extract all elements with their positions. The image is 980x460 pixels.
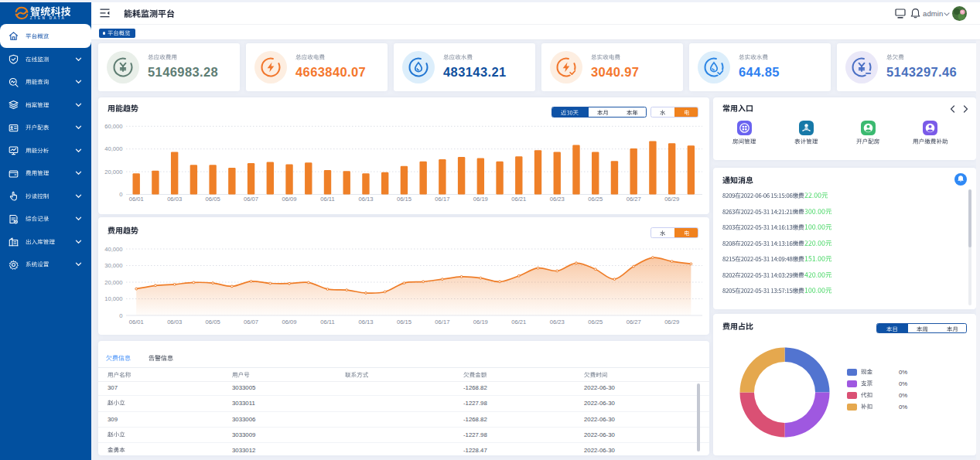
svg-text:06/01: 06/01 — [129, 319, 144, 325]
svg-text:06/21: 06/21 — [511, 319, 526, 325]
svg-text:06/11: 06/11 — [320, 319, 334, 325]
svg-text:10,000: 10,000 — [104, 295, 122, 302]
svg-text:06/05: 06/05 — [206, 319, 220, 325]
svg-text:60,000: 60,000 — [104, 123, 122, 130]
svg-text:06/03: 06/03 — [167, 319, 182, 325]
svg-text:06/21: 06/21 — [511, 196, 526, 203]
svg-text:06/25: 06/25 — [588, 196, 603, 203]
svg-text:40,000: 40,000 — [104, 246, 122, 253]
svg-text:06/19: 06/19 — [473, 319, 488, 325]
svg-text:06/11: 06/11 — [320, 196, 334, 203]
svg-text:06/29: 06/29 — [664, 196, 679, 203]
svg-text:06/05: 06/05 — [206, 196, 220, 203]
svg-text:0: 0 — [119, 312, 122, 319]
svg-text:06/13: 06/13 — [358, 319, 373, 325]
svg-text:20,000: 20,000 — [104, 279, 122, 286]
svg-text:06/09: 06/09 — [282, 319, 297, 325]
svg-text:40,000: 40,000 — [104, 145, 122, 152]
svg-text:06/15: 06/15 — [397, 196, 411, 203]
svg-text:20,000: 20,000 — [104, 169, 122, 175]
svg-text:06/01: 06/01 — [129, 196, 144, 203]
svg-text:06/23: 06/23 — [550, 196, 565, 203]
svg-text:06/13: 06/13 — [358, 196, 373, 203]
svg-text:06/25: 06/25 — [588, 319, 603, 325]
svg-text:06/15: 06/15 — [397, 319, 411, 325]
svg-text:0: 0 — [119, 191, 122, 198]
svg-text:06/29: 06/29 — [664, 319, 679, 325]
svg-text:06/07: 06/07 — [244, 196, 258, 203]
svg-text:06/19: 06/19 — [473, 196, 488, 203]
svg-text:06/17: 06/17 — [435, 319, 449, 325]
svg-text:06/23: 06/23 — [550, 319, 565, 325]
svg-text:06/09: 06/09 — [282, 196, 297, 203]
svg-text:06/27: 06/27 — [627, 196, 641, 203]
svg-text:06/27: 06/27 — [627, 319, 641, 325]
svg-text:06/07: 06/07 — [244, 319, 258, 325]
svg-text:30,000: 30,000 — [104, 262, 122, 269]
svg-text:06/17: 06/17 — [435, 196, 449, 203]
svg-text:06/03: 06/03 — [167, 196, 182, 203]
